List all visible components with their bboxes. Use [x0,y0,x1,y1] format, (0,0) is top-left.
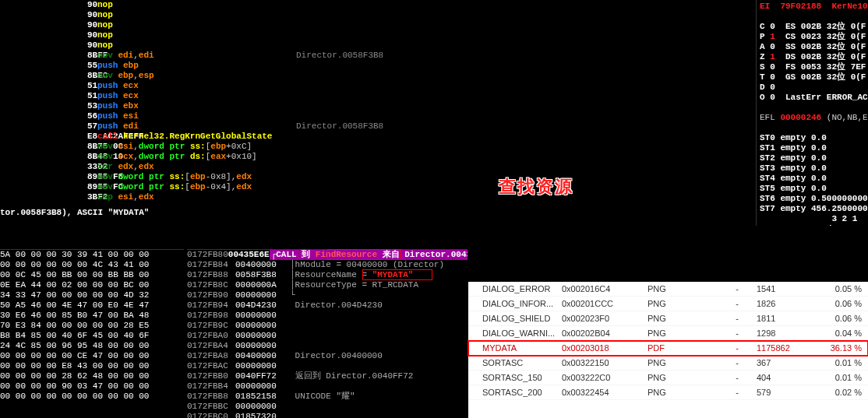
hex-row[interactable]: 24 4C 85 00 96 95 48 00 00 00 [0,341,184,351]
disasm-row[interactable]: 8955 F8mov dword ptr ss:[ebp-0x8],edx [0,172,756,182]
stack-row[interactable]: 0172FBA800400000 Director.00400000 [187,351,468,361]
disasm-row[interactable]: 8B75 0Cmov esi,dword ptr ss:[ebp+0xC] [0,142,756,152]
stack-row[interactable]: 0172FBB00040FF72 返回到 Director.0040FF72 [187,371,468,381]
disasm-row[interactable]: 90nop [0,20,756,30]
info-line: tor.0058F3B8), ASCII "MYDATA" [0,206,756,226]
stack-row[interactable]: 0172FB9C00000000 [187,321,468,331]
disasm-row[interactable]: 53push ebx [0,101,756,111]
disasm-row[interactable]: 33D2xor edx,edx [0,162,756,172]
stack-row[interactable]: 0172FBB801852158 UNICODE "耀" [187,392,468,402]
stack-panel[interactable]: 0172FB8000435E6E┌CALL 到 FindResource 来自 … [187,249,468,418]
stack-row[interactable]: 0172FBA000000000 [187,331,468,341]
hex-dump-panel[interactable]: 5A 00 00 00 30 39 41 00 00 0000 00 00 00… [0,249,184,418]
hex-row[interactable]: 0E EA 44 00 02 00 00 00 BC 00 [0,280,184,290]
resource-row[interactable]: MYDATA0x00203018PDF-117586236.13 % [468,341,868,356]
disasm-row[interactable]: 55push ebp [0,61,756,71]
resource-row[interactable]: SORTASC0x00322150PNG-3670.01 % [468,356,868,371]
hex-row[interactable]: 70 E3 84 00 00 00 00 00 28 E5 [0,321,184,331]
disassembly-panel[interactable]: 90nop 90nop 90nop 90nop 90nop 8BFFmov ed… [0,0,756,204]
hex-row[interactable]: 30 E6 46 00 85 B0 47 00 BA 48 [0,311,184,321]
hex-row[interactable]: 00 00 00 00 90 03 47 00 00 00 [0,381,184,392]
disasm-row[interactable]: 8B48 10mov ecx,dword ptr ds:[eax+0x10] [0,152,756,162]
disasm-row[interactable]: 8BECmov ebp,esp [0,71,756,81]
hex-row[interactable]: 34 33 47 00 00 00 00 00 4D 32 [0,290,184,300]
disasm-row[interactable]: 51push ecx [0,91,756,101]
stack-row[interactable]: 0172FB880058F3B8│ResourceName = "MYDATA" [187,270,468,280]
disasm-row[interactable]: 56push esi [0,111,756,121]
annotation-label: 查找资源 [499,175,573,198]
stack-row[interactable]: 0172FB8C0000000A│ResourceType = RT_RCDAT… [187,280,468,290]
disasm-row[interactable]: 90nop [0,30,756,40]
resource-table[interactable]: DIALOG_ERROR0x002016C4PNG-15410.05 %DIAL… [468,282,868,418]
resource-row[interactable]: SORTASC_2000x00322454PNG-5790.02 % [468,385,868,400]
resource-row[interactable]: DIALOG_ERROR0x002016C4PNG-15410.05 % [468,282,868,297]
stack-header-row[interactable]: 0172FB8000435E6E┌CALL 到 FindResource 来自 … [187,250,468,260]
stack-row[interactable]: 0172FBC001857320 [187,412,468,418]
disasm-row[interactable]: 8955 FCmov dword ptr ss:[ebp-0x4],edx [0,182,756,192]
stack-row[interactable]: 0172FB8400400000│hModule = 00400000 (Dir… [187,260,468,270]
hex-row[interactable]: 00 00 00 00 00 00 00 00 00 00 [0,392,184,402]
stack-row[interactable]: 0172FB9800000000 [187,311,468,321]
disasm-row[interactable]: 90nop [0,10,756,20]
stack-row[interactable]: 0172FBAC00000000 [187,361,468,371]
disasm-row[interactable]: E8 AC2AFEFFcall kernel32.RegKrnGetGlobal… [0,132,756,142]
disasm-row[interactable]: 90nop [0,40,756,51]
hex-row[interactable]: 00 0C 45 00 BB 00 00 BB BB 00 [0,270,184,280]
stack-row[interactable]: 0172FBBC00000000 [187,402,468,412]
stack-row[interactable]: 0172FBA400000000 [187,341,468,351]
disasm-row[interactable]: 90nop [0,0,756,10]
hex-row[interactable]: 00 00 00 00 00 00 4C 43 41 00 [0,260,184,270]
hex-row[interactable]: 00 00 00 00 00 CE 47 00 00 00 [0,351,184,361]
hex-row[interactable]: 5A 00 00 00 30 39 41 00 00 00 [0,250,184,260]
stack-row[interactable]: 0172FB94004D4230 Director.004D4230 [187,300,468,311]
registers-panel[interactable]: EI 79F02188 KerNe102 C 0 ES 002B 32位 0(F… [756,0,868,226]
resource-row[interactable]: SORTASC_1500x003222C0PNG-4040.01 % [468,371,868,385]
hex-row[interactable]: 50 A5 46 00 4E 47 00 E0 4E 47 [0,300,184,311]
hex-row[interactable]: 00 00 00 00 28 62 48 00 00 00 [0,371,184,381]
hex-row[interactable]: 00 00 00 00 E8 43 00 00 00 00 [0,361,184,371]
disasm-row[interactable]: 57push ediDirector.0058F3B8 [0,121,756,132]
resource-row[interactable]: DIALOG_INFOR...0x00201CCCPNG-18260.06 % [468,297,868,311]
disasm-row[interactable]: 3BF2cmp esi,edx [0,192,756,202]
stack-row[interactable]: 0172FB9000000000└ [187,290,468,300]
resource-row[interactable]: DIALOG_WARNI...0x00202B04PNG-12980.04 % [468,326,868,341]
hex-row[interactable]: B8 B4 85 00 40 6F 45 00 40 6F [0,331,184,341]
stack-row[interactable]: 0172FBB400000000 [187,381,468,392]
disasm-row[interactable]: 8BFFmov edi,ediDirector.0058F3B8 [0,51,756,61]
resource-row[interactable]: DIALOG_SHIELD0x002023F0PNG-18110.06 % [468,311,868,326]
disasm-row[interactable]: 51push ecx [0,81,756,91]
